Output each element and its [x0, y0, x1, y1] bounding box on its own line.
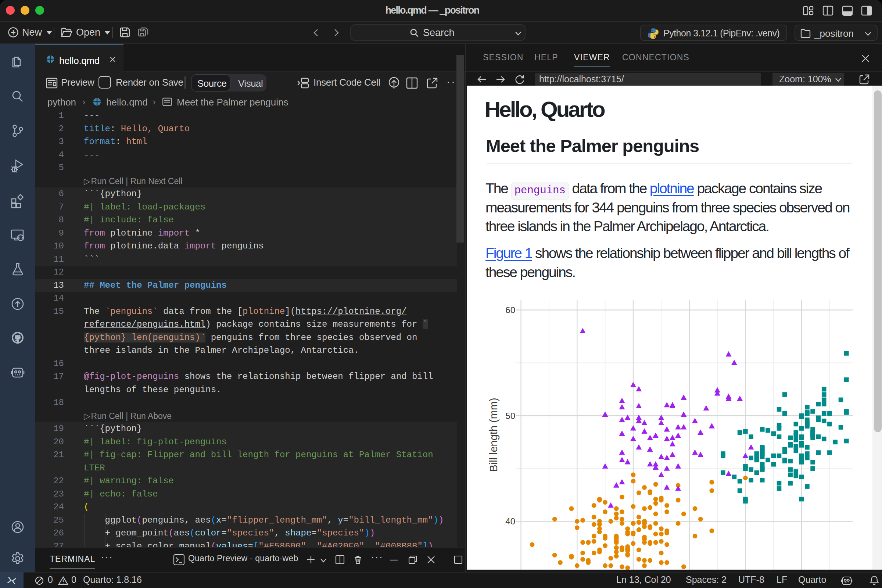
svg-text:60: 60: [506, 305, 515, 315]
svg-text:Bill length (mm): Bill length (mm): [488, 398, 500, 471]
svg-text:40: 40: [506, 516, 515, 526]
svg-text:50: 50: [506, 411, 515, 421]
